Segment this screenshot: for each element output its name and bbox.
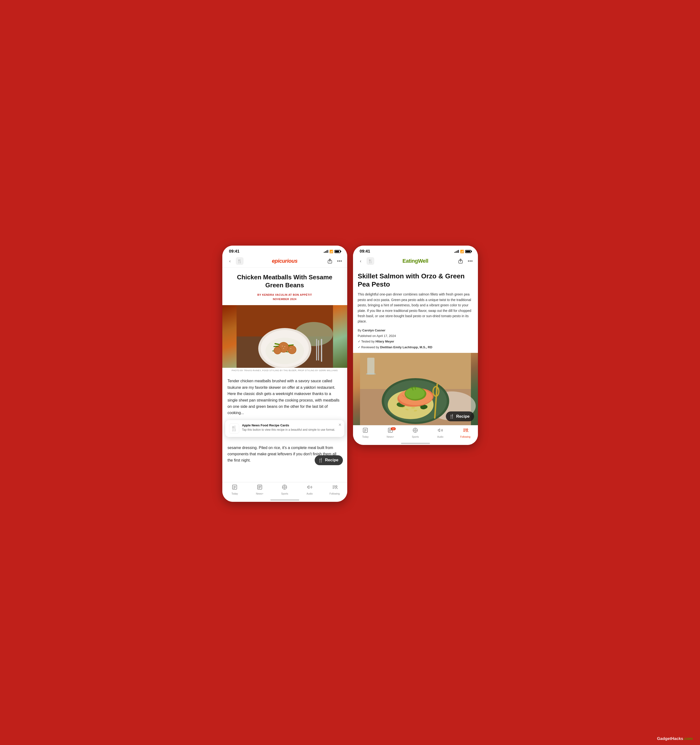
svg-point-2 [339, 260, 340, 262]
tab-audio-1[interactable]: Audio [297, 484, 322, 495]
photo-credit-epicurious: PHOTO BY TRAVIS RAINEY, FOOD STYLING BY … [222, 368, 347, 373]
recipe-pill-1[interactable]: 🍴 Recipe [315, 455, 343, 465]
tab-following-icon-1 [332, 484, 337, 491]
tab-following-label-1: Following [330, 492, 340, 495]
svg-rect-50 [366, 373, 376, 374]
status-bar-eatingwell: 09:41 📶 [353, 245, 478, 256]
share-button-1[interactable] [326, 257, 334, 265]
tab-today-icon-2 [363, 427, 368, 435]
outer-container: 09:41 📶 ‹ 🍴 epicurious [222, 245, 478, 502]
svg-point-24 [284, 346, 285, 347]
ew-description: This delightful one-pan dinner combines … [358, 292, 473, 324]
svg-point-84 [415, 429, 416, 431]
svg-point-26 [290, 348, 291, 349]
more-button-2[interactable] [466, 257, 474, 265]
svg-rect-80 [364, 430, 367, 431]
svg-point-20 [288, 346, 296, 354]
article-content-epicurious[interactable]: Chicken Meatballs With Sesame Green Bean… [222, 268, 347, 482]
svg-rect-9 [321, 339, 322, 362]
tab-sports-icon-2 [412, 427, 418, 435]
notif-subtitle: Tap this button to view this recipe in a… [242, 428, 340, 432]
newsplus-badge-2: 13 [391, 427, 396, 430]
nav-app-icon-2: 🍴 [367, 257, 374, 265]
signal-icon-1 [324, 250, 328, 253]
recipe-pill-icon-2: 🍴 [449, 414, 454, 419]
notif-close-button[interactable]: ✕ [338, 422, 342, 427]
tab-following-label-2: Following [460, 435, 471, 438]
ew-tested: ✓ Tested by Hilary Meyer [358, 339, 473, 344]
svg-rect-7 [316, 339, 317, 361]
ew-article-title: Skillet Salmon with Orzo & Green Pea Pes… [358, 272, 473, 288]
svg-point-25 [283, 348, 284, 349]
ew-author: Carolyn Casner [362, 329, 385, 332]
svg-rect-90 [463, 430, 466, 431]
ew-tester: Hilary Meyer [375, 340, 394, 343]
svg-point-43 [468, 260, 469, 262]
tab-sports-label-1: Sports [281, 492, 288, 495]
svg-point-22 [274, 347, 281, 354]
epi-article-header: Chicken Meatballs With Sesame Green Bean… [222, 268, 347, 305]
tab-today-label-1: Today [231, 492, 238, 495]
phone-epicurious: 09:41 📶 ‹ 🍴 epicurious [222, 245, 347, 502]
ew-meta: By Carolyn Casner Published on April 17,… [358, 328, 473, 350]
tab-newsplus-1[interactable]: News+ [247, 484, 272, 495]
svg-point-33 [284, 486, 285, 488]
tab-sports-1[interactable]: Sports [272, 484, 297, 495]
status-bar-epicurious: 09:41 📶 [222, 245, 347, 256]
battery-icon-1 [334, 250, 340, 253]
tab-following-icon-2 [463, 427, 468, 435]
tab-bar-eatingwell: Today 13 News+ Sports Audio [353, 425, 478, 443]
tab-audio-2[interactable]: Audio [428, 427, 453, 438]
recipe-pill-2[interactable]: 🍴 Recipe [446, 411, 474, 421]
svg-rect-49 [367, 358, 375, 374]
svg-rect-30 [234, 488, 235, 489]
more-button-1[interactable] [336, 257, 343, 265]
tab-sports-icon-1 [282, 484, 288, 491]
tab-following-2[interactable]: Following [453, 427, 478, 438]
epi-article-body: Tender chicken meatballs brushed with a … [222, 373, 347, 420]
tab-newsplus-label-2: News+ [387, 435, 394, 438]
phone-eatingwell: 09:41 📶 ‹ 🍴 EatingWell [353, 245, 478, 445]
epi-byline: BY KENDRA VACULIN AT BON APPÉTIT NOVEMBE… [228, 293, 342, 301]
tab-newsplus-2[interactable]: 13 News+ [378, 427, 403, 438]
svg-rect-40 [333, 488, 334, 489]
epi-byline-line2: NOVEMBER 2024 [273, 298, 296, 301]
svg-rect-38 [333, 486, 336, 486]
status-time-1: 09:41 [229, 249, 240, 254]
nav-bar-eatingwell: ‹ 🍴 EatingWell [353, 256, 478, 267]
ew-food-image: 🍴 Recipe [353, 353, 478, 425]
svg-point-3 [340, 260, 342, 262]
tab-following-1[interactable]: Following [322, 484, 347, 495]
ew-article-header: Skillet Salmon with Orzo & Green Pea Pes… [353, 267, 478, 353]
epi-article-title: Chicken Meatballs With Sesame Green Bean… [228, 273, 342, 289]
status-icons-2: 📶 [454, 250, 471, 253]
tab-bar-epicurious: Today News+ Sports Audio [222, 482, 347, 500]
status-icons-1: 📶 [324, 250, 340, 253]
svg-point-44 [469, 260, 471, 262]
ew-image-wrapper: 🍴 Recipe [353, 353, 478, 425]
svg-point-1 [337, 260, 338, 262]
back-button-1[interactable]: ‹ [226, 257, 234, 265]
svg-point-45 [471, 260, 472, 262]
tab-audio-label-2: Audio [437, 435, 444, 438]
tab-today-1[interactable]: Today [222, 484, 247, 495]
share-button-2[interactable] [457, 257, 465, 265]
back-button-2[interactable]: ‹ [357, 257, 364, 265]
signal-icon-2 [454, 250, 459, 253]
notification-card[interactable]: 🍴 Apple News Food Recipe Cards Tap this … [225, 420, 344, 437]
article-content-eatingwell[interactable]: Skillet Salmon with Orzo & Green Pea Pes… [353, 267, 478, 425]
tab-today-2[interactable]: Today [353, 427, 378, 438]
tab-audio-icon-1 [307, 484, 312, 491]
notif-icon: 🍴 [229, 423, 239, 434]
recipe-pill-icon-1: 🍴 [318, 458, 323, 463]
tab-sports-label-2: Sports [412, 435, 419, 438]
epi-image-wrapper [222, 305, 347, 368]
recipe-pill-label-1: Recipe [325, 458, 339, 462]
ew-reviewer: Dietitian Emily Lachtrupp, M.S., RD [380, 346, 432, 349]
tab-sports-2[interactable]: Sports [403, 427, 428, 438]
wifi-icon-1: 📶 [330, 250, 333, 253]
svg-point-70 [405, 387, 425, 399]
battery-icon-2 [465, 250, 471, 253]
home-indicator-1 [222, 500, 347, 502]
nav-actions-1 [326, 257, 343, 265]
